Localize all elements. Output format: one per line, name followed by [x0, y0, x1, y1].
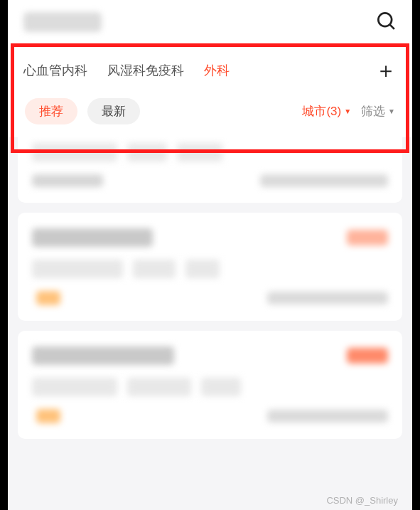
blurred-title: [32, 228, 153, 247]
chevron-down-icon: ▼: [344, 107, 351, 115]
chip-latest[interactable]: 最新: [87, 98, 140, 124]
blurred-tag: [32, 143, 117, 161]
svg-line-1: [390, 25, 394, 29]
filter-dropdown[interactable]: 筛选 ▼: [361, 103, 395, 119]
blurred-badge: [347, 230, 388, 245]
svg-point-0: [378, 13, 392, 26]
blurred-title: [32, 346, 174, 365]
category-tabs: 心血管内科 风湿科免疫科 外科 ＋: [8, 40, 412, 91]
blurred-tag: [127, 378, 191, 396]
watermark-text: CSDN @_Shirley: [326, 495, 398, 506]
brand-logo-blurred: [23, 12, 102, 32]
blurred-tag: [201, 378, 241, 396]
blurred-tag: [32, 378, 117, 396]
results-list: [8, 137, 412, 510]
blurred-tag: [32, 260, 123, 278]
list-item[interactable]: [18, 213, 402, 321]
header-bar: [8, 0, 412, 40]
blurred-meta-group: [32, 409, 60, 423]
tab-rheumatology[interactable]: 风湿科免疫科: [107, 62, 184, 79]
tab-surgery[interactable]: 外科: [204, 62, 230, 79]
tab-cardiology[interactable]: 心血管内科: [23, 62, 87, 79]
blurred-tag: [177, 143, 222, 161]
blurred-tag: [185, 260, 220, 278]
blurred-meta: [260, 174, 388, 187]
list-item[interactable]: [18, 331, 402, 439]
add-category-icon[interactable]: ＋: [375, 60, 397, 81]
search-icon[interactable]: [375, 10, 397, 34]
city-dropdown[interactable]: 城市(3) ▼: [302, 103, 351, 119]
phone-frame: 心血管内科 风湿科免疫科 外科 ＋ 推荐 最新 城市(3) ▼ 筛选 ▼: [8, 0, 412, 510]
blurred-tag: [127, 143, 167, 161]
blurred-badge: [347, 348, 388, 363]
blurred-meta: [267, 410, 388, 423]
blurred-meta-group: [32, 291, 60, 305]
filter-dropdown-label: 筛选: [361, 103, 385, 119]
list-item[interactable]: [18, 137, 402, 203]
chevron-down-icon: ▼: [388, 107, 395, 115]
city-dropdown-label: 城市(3): [302, 103, 341, 119]
chip-recommend[interactable]: 推荐: [25, 98, 77, 124]
blurred-meta: [32, 174, 103, 187]
filter-bar: 推荐 最新 城市(3) ▼ 筛选 ▼: [8, 91, 412, 137]
blurred-tag: [133, 260, 176, 278]
blurred-meta: [267, 292, 388, 304]
